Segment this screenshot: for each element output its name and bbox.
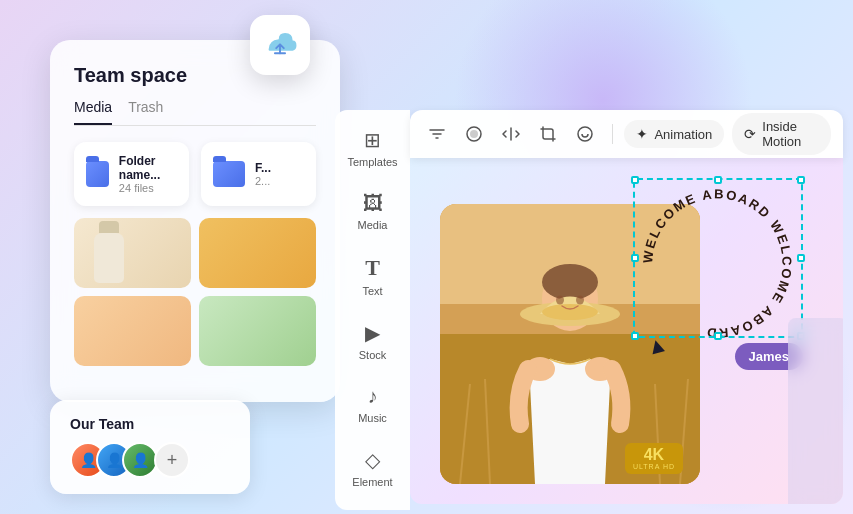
svg-point-2 <box>578 127 592 141</box>
sidebar-item-element[interactable]: ◇ Element <box>339 438 407 498</box>
inside-motion-icon: ⟳ <box>744 126 756 142</box>
sidebar-item-music[interactable]: ♪ Music <box>339 375 407 434</box>
media-thumb-3[interactable] <box>74 296 191 366</box>
mask-button[interactable] <box>459 118 488 150</box>
svg-point-11 <box>542 264 598 300</box>
tab-bar: Media Trash <box>74 99 316 126</box>
adjust-button[interactable] <box>570 118 599 150</box>
svg-point-15 <box>542 304 598 320</box>
media-thumb-1[interactable] <box>74 218 191 288</box>
svg-point-16 <box>556 296 564 305</box>
animation-button[interactable]: ✦ Animation <box>624 120 724 148</box>
media-thumb-4[interactable] <box>199 296 316 366</box>
folder-name-2: F... <box>255 161 271 175</box>
badge-4k-main-text: 4K <box>644 447 664 463</box>
folder-icon-2 <box>213 161 245 187</box>
crop-button[interactable] <box>533 118 562 150</box>
bottle-cap <box>99 221 119 233</box>
tab-trash[interactable]: Trash <box>128 99 163 125</box>
avatar-face-3: 👤 <box>124 444 156 476</box>
folder-item-2[interactable]: F... 2... <box>201 142 316 206</box>
sidebar-media-label: Media <box>358 219 388 231</box>
animation-label: Animation <box>654 127 712 142</box>
sidebar-text-label: Text <box>362 285 382 297</box>
upload-cloud-icon <box>250 15 310 75</box>
sidebar-element-label: Element <box>352 476 392 488</box>
selection-box <box>633 178 803 338</box>
folder-name-1: Folder name... <box>119 154 177 182</box>
badge-4k-sub-text: ULTRA HD <box>633 463 675 470</box>
handle-lm[interactable] <box>631 254 639 262</box>
avatars-row: 👤 👤 👤 + <box>70 442 230 478</box>
flip-button[interactable] <box>496 118 525 150</box>
badge-4k: 4K ULTRA HD <box>625 443 683 474</box>
sidebar: ⊞ Templates 🖼 Media T Text ▶ Stock ♪ Mus… <box>335 110 410 510</box>
right-blur-panel <box>788 318 843 504</box>
avatar-3: 👤 <box>122 442 158 478</box>
filter-button[interactable] <box>422 118 451 150</box>
sidebar-item-media[interactable]: 🖼 Media <box>339 182 407 241</box>
sidebar-item-more[interactable]: 🛍 More <box>339 502 407 514</box>
sidebar-item-templates[interactable]: ⊞ Templates <box>339 118 407 178</box>
folder-grid: Folder name... 24 files F... 2... <box>74 142 316 206</box>
element-icon: ◇ <box>365 448 380 472</box>
handle-bl[interactable] <box>631 332 639 340</box>
handle-tl[interactable] <box>631 176 639 184</box>
folder-info-2: F... 2... <box>255 161 271 187</box>
team-space-card: Team space Media Trash Folder name... 24… <box>50 40 340 402</box>
handle-tr[interactable] <box>797 176 805 184</box>
svg-point-1 <box>470 130 478 138</box>
toolbar-right: ✦ Animation ⟳ Inside Motion <box>624 113 831 155</box>
canvas-image-area: WELCOME ABOARD WELCOME ABOARD 4K ULTRA H… <box>410 158 843 504</box>
media-thumb-2[interactable] <box>199 218 316 288</box>
bottle-shape <box>94 233 124 283</box>
inside-motion-label: Inside Motion <box>762 119 819 149</box>
sidebar-item-stock[interactable]: ▶ Stock <box>339 311 407 371</box>
folder-count-1: 24 files <box>119 182 177 194</box>
animation-icon: ✦ <box>636 126 648 142</box>
svg-point-17 <box>576 296 584 305</box>
our-team-section: Our Team 👤 👤 👤 + <box>50 400 250 494</box>
our-team-title: Our Team <box>70 416 230 432</box>
add-member-button[interactable]: + <box>154 442 190 478</box>
folder-item-1[interactable]: Folder name... 24 files <box>74 142 189 206</box>
folder-icon-1 <box>86 161 109 187</box>
folder-count-2: 2... <box>255 175 271 187</box>
inside-motion-button[interactable]: ⟳ Inside Motion <box>732 113 831 155</box>
text-icon: T <box>365 255 380 281</box>
toolbar-divider <box>612 124 613 144</box>
music-icon: ♪ <box>368 385 378 408</box>
sidebar-item-text[interactable]: T Text <box>339 245 407 307</box>
tab-media[interactable]: Media <box>74 99 112 125</box>
handle-rm[interactable] <box>797 254 805 262</box>
media-icon: 🖼 <box>363 192 383 215</box>
sidebar-stock-label: Stock <box>359 349 387 361</box>
canvas-toolbar: ✦ Animation ⟳ Inside Motion <box>410 110 843 158</box>
handle-bm[interactable] <box>714 332 722 340</box>
stock-icon: ▶ <box>365 321 380 345</box>
templates-icon: ⊞ <box>364 128 381 152</box>
media-grid <box>74 218 316 366</box>
folder-info-1: Folder name... 24 files <box>119 154 177 194</box>
sidebar-music-label: Music <box>358 412 387 424</box>
handle-tm[interactable] <box>714 176 722 184</box>
sidebar-templates-label: Templates <box>347 156 397 168</box>
